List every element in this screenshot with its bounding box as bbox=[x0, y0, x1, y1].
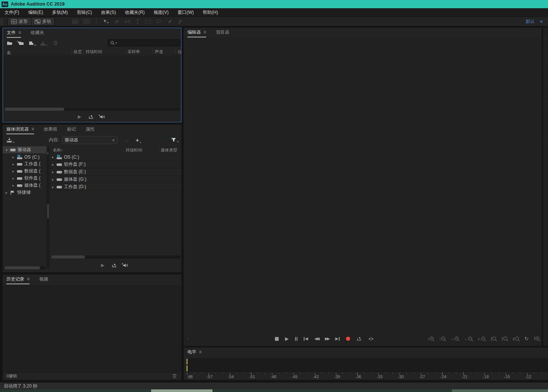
column-duration[interactable]: 持续时间 bbox=[86, 49, 102, 55]
loop-playback-icon[interactable] bbox=[88, 114, 94, 119]
zoom-reset-timer-button[interactable]: ↻ bbox=[524, 336, 529, 342]
column-bits[interactable]: 位 bbox=[178, 49, 181, 55]
toolbar-grip[interactable] bbox=[1, 19, 3, 25]
expander-right-icon[interactable]: ▸ bbox=[51, 170, 55, 174]
tree-item-data-drive[interactable]: ▸ 数据盘 ( bbox=[3, 168, 47, 175]
media-row-media-g[interactable]: ▸ 媒体盘 (G:) bbox=[50, 176, 181, 183]
zoom-out-time-button[interactable]: ↔− bbox=[464, 336, 472, 342]
tab-media-browser[interactable]: 媒体浏览器 ≡ bbox=[6, 125, 34, 134]
tree-item-shortcuts[interactable]: ▸ 快捷键 bbox=[3, 189, 47, 196]
files-hscrollbar-thumb[interactable] bbox=[4, 108, 64, 111]
trash-icon[interactable] bbox=[53, 40, 58, 46]
zoom-out-full-button[interactable]: ↕↔− bbox=[478, 336, 485, 342]
media-row-work-d[interactable]: ▸ 工作盘 (D:) bbox=[50, 183, 181, 191]
spot-healing-brush-icon[interactable] bbox=[177, 19, 183, 24]
media-tree-vscrollbar-thumb[interactable] bbox=[47, 204, 49, 218]
media-list-hscrollbar[interactable] bbox=[50, 255, 181, 258]
menu-edit[interactable]: 编辑(E) bbox=[24, 8, 48, 16]
tab-video[interactable]: 视频 bbox=[39, 275, 48, 284]
save-file-icon[interactable] bbox=[40, 41, 46, 46]
tab-favorites[interactable]: 收藏夹 bbox=[31, 28, 44, 38]
tab-files[interactable]: 文件 ≡ bbox=[7, 28, 21, 38]
tab-markers[interactable]: 标记 bbox=[67, 125, 76, 134]
back-arrow-icon[interactable]: ← bbox=[124, 137, 130, 143]
open-file-icon[interactable] bbox=[7, 41, 13, 46]
tab-history[interactable]: 历史记录 ≡ bbox=[6, 275, 30, 284]
media-panel-menu-icon[interactable]: ≡ bbox=[31, 126, 34, 132]
loop-playback-button[interactable] bbox=[356, 336, 362, 341]
media-list-hscrollbar-thumb[interactable] bbox=[51, 255, 85, 258]
stop-button[interactable] bbox=[275, 337, 279, 341]
media-column-duration[interactable]: 持续时间 bbox=[126, 147, 142, 153]
expander-right-icon[interactable]: ▸ bbox=[51, 163, 55, 166]
media-row-os-c[interactable]: ▸ OS (C:) bbox=[50, 153, 181, 161]
menu-favorites[interactable]: 收藏夹(R) bbox=[120, 8, 149, 16]
history-panel-menu-icon[interactable]: ≡ bbox=[27, 276, 30, 282]
expander-right-icon[interactable]: ▸ bbox=[5, 191, 8, 195]
skip-selection-button[interactable] bbox=[368, 337, 374, 341]
tree-item-drives[interactable]: ▾ 驱动器 bbox=[3, 146, 47, 153]
multitrack-view-button[interactable]: 多轨 bbox=[31, 18, 55, 25]
zoom-to-in-point-button[interactable]: { bbox=[491, 336, 496, 342]
files-search-input[interactable]: ▾ bbox=[108, 39, 180, 46]
expander-right-icon[interactable]: ▸ bbox=[51, 185, 55, 189]
autoplay-speaker-icon[interactable] bbox=[99, 114, 105, 119]
media-row-data-e[interactable]: ▸ 数据盘 (E:) bbox=[50, 168, 181, 176]
level-panel-menu-icon[interactable]: ≡ bbox=[199, 349, 202, 355]
column-status[interactable]: 状态 bbox=[74, 49, 82, 55]
menu-multitrack[interactable]: 多轨(M) bbox=[48, 8, 72, 16]
time-selection-tool-icon[interactable] bbox=[125, 19, 131, 24]
paintbrush-tool-icon[interactable] bbox=[167, 19, 172, 24]
files-list-empty[interactable] bbox=[3, 55, 181, 107]
zoom-to-playhead-button[interactable]: Ī+ bbox=[534, 336, 539, 342]
tree-item-work-drive[interactable]: ▸ 工作盘 ( bbox=[3, 160, 47, 168]
expander-right-icon[interactable]: ▸ bbox=[12, 177, 15, 180]
expander-right-icon[interactable]: ▸ bbox=[12, 155, 15, 159]
column-sample-rate[interactable]: 采样率 bbox=[128, 49, 140, 55]
tree-item-os-c[interactable]: ▸ OS (C:) bbox=[3, 153, 47, 160]
record-button[interactable] bbox=[346, 337, 350, 341]
preview-play-button[interactable]: ▶ bbox=[101, 263, 104, 268]
zoom-to-selection-button[interactable]: {} bbox=[513, 336, 519, 342]
menu-file[interactable]: 文件(F) bbox=[0, 8, 24, 16]
menu-effects[interactable]: 效果(S) bbox=[97, 8, 120, 16]
expander-right-icon[interactable]: ▸ bbox=[51, 155, 55, 159]
zoom-in-amplitude-button[interactable]: ↕+ bbox=[428, 336, 434, 342]
editor-canvas[interactable]: - ▶ ◀ ◀◀ ▶▶ ▶ ↕+ ↕− ↔+ ↔− ↕↔− { } {} bbox=[184, 37, 542, 346]
workspace-selector[interactable]: 默认 bbox=[526, 18, 535, 25]
collapsed-panel-strip[interactable] bbox=[543, 28, 548, 346]
history-list-empty[interactable] bbox=[3, 286, 180, 373]
expander-down-icon[interactable]: ▾ bbox=[5, 148, 8, 152]
editor-panel-menu-icon[interactable]: ≡ bbox=[203, 30, 206, 35]
import-file-icon[interactable] bbox=[17, 40, 24, 46]
level-meter-display[interactable] bbox=[187, 358, 548, 372]
workspace-menu-icon[interactable]: ≡ bbox=[540, 19, 543, 24]
tree-item-media-drive[interactable]: ▸ 媒体盘 ( bbox=[3, 182, 47, 189]
go-to-end-button[interactable]: ▶ bbox=[335, 336, 339, 341]
waveform-view-button[interactable]: 波形 bbox=[8, 18, 31, 25]
add-shortcut-icon[interactable]: + bbox=[136, 137, 139, 143]
ibeam-tool-icon[interactable] bbox=[135, 19, 140, 24]
menu-clip[interactable]: 剪辑(C) bbox=[72, 8, 97, 16]
waveform-display-icon[interactable] bbox=[83, 19, 90, 24]
zoom-in-time-button[interactable]: ↔+ bbox=[451, 336, 459, 342]
media-column-name[interactable]: 名称↑ bbox=[53, 147, 63, 153]
play-button[interactable]: ▶ bbox=[285, 336, 289, 342]
tab-properties[interactable]: 属性 bbox=[86, 125, 95, 134]
go-to-start-button[interactable]: ◀ bbox=[304, 336, 308, 341]
files-hscrollbar[interactable] bbox=[4, 108, 180, 111]
media-column-media-type[interactable]: 媒体类型 bbox=[161, 147, 177, 153]
tab-effects-rack[interactable]: 效果组 bbox=[44, 125, 57, 134]
razor-tool-icon[interactable] bbox=[114, 19, 120, 24]
loop-playback-icon[interactable] bbox=[111, 263, 117, 268]
tab-levels[interactable]: 电平 ≡ bbox=[187, 347, 202, 357]
zoom-out-amplitude-button[interactable]: ↕− bbox=[439, 336, 445, 342]
menu-window[interactable]: 窗口(W) bbox=[173, 8, 198, 16]
content-select[interactable]: 驱动器 ∨ bbox=[62, 136, 117, 144]
column-channels[interactable]: 声道 bbox=[155, 49, 163, 55]
expander-right-icon[interactable]: ▸ bbox=[12, 184, 15, 187]
files-panel-menu-icon[interactable]: ≡ bbox=[18, 30, 21, 35]
fast-forward-button[interactable]: ▶▶ bbox=[325, 336, 329, 341]
preview-play-button[interactable]: ▶ bbox=[78, 114, 81, 119]
autoplay-speaker-icon[interactable] bbox=[122, 263, 128, 268]
